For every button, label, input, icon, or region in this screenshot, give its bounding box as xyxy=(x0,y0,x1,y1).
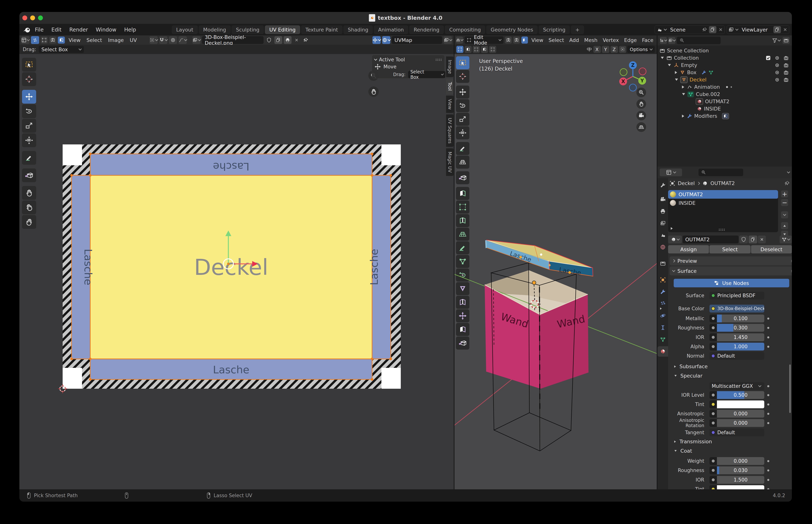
tab-modifiers[interactable] xyxy=(657,286,668,297)
disclosure-icon[interactable] xyxy=(675,79,678,81)
vp-menu-add[interactable]: Add xyxy=(567,37,581,43)
outliner-search-input[interactable] xyxy=(677,37,721,44)
menu-edit[interactable]: Edit xyxy=(48,27,65,33)
fake-user-button[interactable] xyxy=(739,235,748,243)
outliner-label[interactable]: Animation xyxy=(694,84,720,90)
collapse-icon[interactable] xyxy=(374,58,377,61)
uv-editor-canvas[interactable]: Active Tool Move Drag: Select Box Image … xyxy=(19,54,454,489)
solidify-chip[interactable] xyxy=(722,113,729,119)
base-color-image-field[interactable]: 3D-Box-Beispiel-Deckel.png xyxy=(710,305,764,312)
outliner-row-inside[interactable]: INSIDE xyxy=(657,105,792,112)
outliner-row-modifiers[interactable]: Modifiers xyxy=(657,112,792,120)
uv-select-face-button[interactable] xyxy=(58,36,65,44)
outliner-label[interactable]: INSIDE xyxy=(704,106,721,112)
duplicate-material-button[interactable] xyxy=(749,235,757,243)
viewport-perspective-button[interactable] xyxy=(636,122,646,132)
outliner-label[interactable]: Box xyxy=(687,69,696,75)
tab-view-layer[interactable] xyxy=(657,218,668,228)
uv-select-edge-button[interactable] xyxy=(49,36,56,44)
browse-material-button[interactable] xyxy=(668,235,682,243)
outliner-label-selected[interactable]: Deckel xyxy=(689,77,707,83)
proportional-editing-button[interactable] xyxy=(169,36,177,44)
tab-tool[interactable] xyxy=(657,180,668,191)
duplicate-image-button[interactable] xyxy=(274,36,282,44)
select-button[interactable]: Select xyxy=(710,245,750,253)
disclosure-icon[interactable] xyxy=(682,93,685,95)
unlink-image-button[interactable] xyxy=(293,36,300,44)
outliner-filter-kind-button[interactable] xyxy=(668,37,675,44)
sidebar-tab-view[interactable]: View xyxy=(446,95,454,113)
pin-icon[interactable] xyxy=(702,27,707,32)
disable-render-icon[interactable] xyxy=(783,70,789,75)
menu-help[interactable]: Help xyxy=(120,27,140,33)
tab-scripting[interactable]: Scripting xyxy=(538,25,570,34)
animate-dot[interactable] xyxy=(767,385,769,387)
tool-rotate[interactable] xyxy=(22,104,36,118)
remove-slot-button[interactable]: − xyxy=(781,199,788,206)
outliner-label[interactable]: Cube.002 xyxy=(696,91,720,97)
scene-3d[interactable]: Wand Wand xyxy=(454,54,657,489)
outliner-row-scene-collection[interactable]: Scene Collection xyxy=(657,47,792,54)
lid-mesh[interactable]: Lasche Lasche xyxy=(485,240,593,277)
tab-modeling[interactable]: Modeling xyxy=(199,25,231,34)
snap-options-button[interactable] xyxy=(619,46,626,53)
tab-animation[interactable]: Animation xyxy=(374,25,408,34)
viewport-zoom-button[interactable] xyxy=(636,87,646,97)
animate-dot[interactable] xyxy=(767,460,769,462)
coat-roughness-slider[interactable]: 0.030 xyxy=(710,466,764,474)
select-invert-button[interactable] xyxy=(481,46,488,53)
tab-compositing[interactable]: Compositing xyxy=(445,25,485,34)
tool-transform[interactable] xyxy=(22,133,36,147)
browse-image-button[interactable] xyxy=(192,36,200,44)
tab-sculpting[interactable]: Sculpting xyxy=(231,25,264,34)
sidebar-tab-uv-squares[interactable]: UV Squares xyxy=(446,114,454,147)
drag-mode-dropdown[interactable]: Select Box xyxy=(408,71,445,78)
disable-render-icon[interactable] xyxy=(783,77,789,83)
pack-image-button[interactable] xyxy=(284,36,292,44)
normal-menu[interactable]: Default xyxy=(710,352,764,360)
outliner-row-outmat2[interactable]: OUTMAT2 xyxy=(657,98,792,105)
vp-menu-select[interactable]: Select xyxy=(547,37,566,43)
pivot-point-button[interactable] xyxy=(149,36,158,44)
uv-sync-selection-toggle[interactable] xyxy=(31,36,39,44)
tab-render[interactable] xyxy=(657,194,668,204)
animate-dot[interactable] xyxy=(767,346,769,348)
tool-relax[interactable] xyxy=(22,200,36,214)
remove-view-layer-icon[interactable] xyxy=(783,27,787,32)
select-extend-button[interactable] xyxy=(465,46,472,53)
disclosure-icon[interactable] xyxy=(675,71,677,74)
hide-viewport-icon[interactable] xyxy=(774,55,780,61)
coat-tint-color-field[interactable] xyxy=(710,485,764,489)
vp-menu-edge[interactable]: Edge xyxy=(622,37,639,43)
image-name-field[interactable]: 3D-Box-Beispiel-Deckel.png xyxy=(202,36,264,44)
move-slot-up-button[interactable] xyxy=(781,222,788,229)
view-layer-selector[interactable]: ViewLayer xyxy=(727,25,789,34)
sidebar-tab-tool[interactable]: Tool xyxy=(446,79,454,94)
mode-dropdown[interactable]: Edit Mode xyxy=(465,36,503,44)
outliner-row-animation[interactable]: Animation xyxy=(657,83,792,91)
tab-rendering[interactable]: Rendering xyxy=(409,25,444,34)
surface-panel-header[interactable]: Surface xyxy=(670,266,792,275)
use-nodes-button[interactable]: Use Nodes xyxy=(674,279,789,287)
uv-select-vertex-button[interactable] xyxy=(40,36,48,44)
blender-logo-icon[interactable] xyxy=(22,25,31,34)
tab-layout[interactable]: Layout xyxy=(172,25,198,34)
ior-level-slider[interactable]: 0.500 xyxy=(710,391,764,399)
add-slot-button[interactable]: + xyxy=(781,191,788,198)
menu-file[interactable]: File xyxy=(31,27,48,33)
unlink-material-button[interactable] xyxy=(758,235,766,243)
add-workspace-button[interactable]: + xyxy=(571,25,584,34)
pin-image-button[interactable] xyxy=(302,36,309,44)
animate-dot[interactable] xyxy=(767,337,769,339)
hide-viewport-icon[interactable] xyxy=(774,62,780,68)
editor-type-button[interactable] xyxy=(456,36,463,44)
pin-icon[interactable] xyxy=(784,181,790,186)
outliner-label[interactable]: Empty xyxy=(681,62,697,68)
disclosure-icon[interactable] xyxy=(682,115,684,118)
tab-uv-editing[interactable]: UV Editing xyxy=(265,25,300,34)
select-intersect-button[interactable] xyxy=(489,46,496,53)
outliner-row-empty[interactable]: Empty xyxy=(657,62,792,69)
disclosure-icon[interactable] xyxy=(661,57,664,59)
disclosure-icon[interactable] xyxy=(682,85,684,88)
coat-section[interactable]: Coat xyxy=(674,448,692,454)
